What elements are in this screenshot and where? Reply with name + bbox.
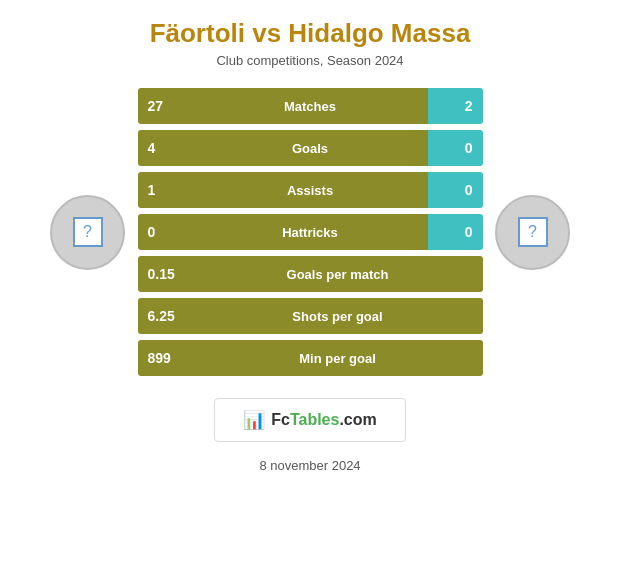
- right-question-icon: ?: [518, 217, 548, 247]
- stat-label: Assists: [193, 172, 428, 208]
- footer-date: 8 november 2024: [259, 458, 360, 473]
- stat-label: Hattricks: [193, 214, 428, 250]
- stat-label: Goals per match: [193, 256, 483, 292]
- stat-row: 0Hattricks0: [138, 214, 483, 250]
- stats-container: 27Matches24Goals01Assists00Hattricks00.1…: [138, 88, 483, 376]
- stat-row: 899Min per goal: [138, 340, 483, 376]
- logo-text: FcTables.com: [271, 411, 377, 429]
- left-avatar-circle: ?: [50, 195, 125, 270]
- page-subtitle: Club competitions, Season 2024: [216, 53, 403, 68]
- stat-right-value: 0: [428, 172, 483, 208]
- stat-label: Shots per goal: [193, 298, 483, 334]
- left-question-icon: ?: [73, 217, 103, 247]
- stat-row: 4Goals0: [138, 130, 483, 166]
- stat-row: 0.15Goals per match: [138, 256, 483, 292]
- page-title: Fäortoli vs Hidalgo Massa: [150, 18, 471, 49]
- right-avatar: ?: [483, 122, 583, 342]
- stat-left-value: 27: [138, 88, 193, 124]
- stat-left-value: 4: [138, 130, 193, 166]
- stat-right-value: 0: [428, 130, 483, 166]
- logo-icon: 📊: [243, 409, 265, 431]
- stat-left-value: 0: [138, 214, 193, 250]
- stat-row: 1Assists0: [138, 172, 483, 208]
- main-row: ? 27Matches24Goals01Assists00Hattricks00…: [0, 88, 620, 376]
- stat-label: Matches: [193, 88, 428, 124]
- logo-box: 📊 FcTables.com: [214, 398, 406, 442]
- stat-left-value: 899: [138, 340, 193, 376]
- right-avatar-circle: ?: [495, 195, 570, 270]
- stat-right-value: 0: [428, 214, 483, 250]
- stat-label: Goals: [193, 130, 428, 166]
- stat-left-value: 0.15: [138, 256, 193, 292]
- page-wrapper: Fäortoli vs Hidalgo Massa Club competiti…: [0, 0, 620, 580]
- stat-right-value: 2: [428, 88, 483, 124]
- left-avatar: ?: [38, 122, 138, 342]
- stat-row: 27Matches2: [138, 88, 483, 124]
- stat-left-value: 1: [138, 172, 193, 208]
- stat-label: Min per goal: [193, 340, 483, 376]
- stat-left-value: 6.25: [138, 298, 193, 334]
- stat-row: 6.25Shots per goal: [138, 298, 483, 334]
